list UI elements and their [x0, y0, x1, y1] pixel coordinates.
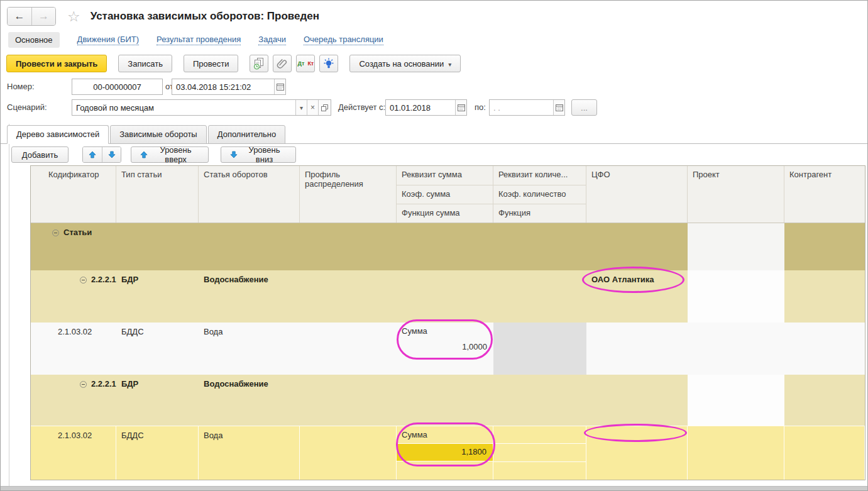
cell-counterparty[interactable] [784, 223, 865, 270]
level-down-button[interactable]: Уровень вниз [221, 146, 296, 163]
column-header-turnover-article[interactable]: Статья оборотов [199, 166, 300, 223]
cell-project[interactable] [688, 323, 784, 375]
number-input[interactable]: 00-00000007 [72, 79, 163, 95]
cell-turnover-article[interactable]: Водоснабжение [199, 375, 300, 426]
cell-turnover-article[interactable]: Вода [199, 426, 300, 480]
column-header-distribution-profile[interactable]: Профиль распределения [300, 166, 397, 223]
nav-item-translation-queue[interactable]: Очередь трансляции [304, 35, 383, 45]
cell-project[interactable] [688, 375, 784, 426]
column-header-counterparty[interactable]: Контрагент [784, 166, 865, 223]
cell-cfo[interactable] [586, 426, 688, 480]
column-header-attr-qty[interactable]: Реквизит количе... [493, 166, 586, 185]
move-down-button[interactable] [102, 147, 121, 162]
table-row-2-1-03-02[interactable]: 2.1.03.02 БДДС Вода Сумма 1,0000 [31, 323, 865, 375]
level-up-button[interactable]: Уровень вверх [131, 146, 209, 163]
cell-attr-sum[interactable]: Сумма 1,0000 [397, 323, 493, 375]
cell-attr-sum[interactable] [397, 375, 493, 426]
calendar-icon[interactable] [274, 79, 285, 94]
cell-attr-sum[interactable]: Сумма 1,1800 [397, 426, 493, 480]
cell-attr-qty[interactable] [493, 375, 586, 426]
cell-project[interactable] [688, 223, 784, 270]
add-button[interactable]: Добавить [11, 146, 69, 163]
nav-item-tasks[interactable]: Задачи [258, 35, 286, 45]
cell-attr-sum[interactable] [397, 270, 493, 323]
cell-article-type[interactable]: БДДС [116, 426, 199, 480]
cell-article-type[interactable] [116, 223, 199, 270]
tab-dependency-tree[interactable]: Дерево зависимостей [7, 125, 109, 144]
cell-project[interactable] [688, 270, 784, 323]
cell-attr-qty[interactable] [493, 223, 586, 270]
clear-icon[interactable]: × [307, 100, 318, 115]
column-header-attr-sum[interactable]: Реквизит сумма [397, 166, 493, 185]
calendar-icon[interactable] [455, 100, 466, 115]
bottom-scrollbar[interactable] [1, 486, 867, 491]
column-header-coef-sum[interactable]: Коэф. сумма [397, 185, 493, 204]
collapse-icon[interactable] [52, 229, 59, 236]
cell-counterparty[interactable] [784, 426, 865, 480]
cell-distribution-profile[interactable] [300, 323, 397, 375]
cell-counterparty[interactable] [784, 323, 865, 375]
cell-distribution-profile[interactable] [300, 426, 397, 480]
column-header-coef-qty[interactable]: Коэф. количество [493, 185, 586, 204]
debit-credit-button[interactable]: Дт Кт [296, 55, 315, 72]
collapse-icon[interactable] [80, 277, 87, 284]
cell-article-type[interactable]: БДР [116, 270, 199, 323]
favorite-star-icon[interactable]: ☆ [67, 8, 80, 25]
cell-codifier[interactable]: 2.1.03.02 [31, 426, 116, 480]
create-based-on-button[interactable]: Создать на основании▾ [349, 55, 461, 72]
column-header-article-type[interactable]: Тип статьи [116, 166, 199, 223]
cell-article-type[interactable]: БДР [116, 375, 199, 426]
calendar-icon[interactable] [553, 100, 564, 115]
func-sum-subcell[interactable] [397, 461, 493, 480]
nav-item-main[interactable]: Основное [8, 32, 60, 48]
cell-turnover-article[interactable]: Водоснабжение [199, 270, 300, 323]
forward-button[interactable]: → [31, 8, 55, 25]
tree-cell[interactable]: Статьи [31, 223, 116, 270]
back-button[interactable]: ← [8, 8, 31, 25]
table-row-group-articles[interactable]: Статьи [31, 223, 865, 270]
move-up-button[interactable] [83, 147, 102, 162]
column-header-codifier[interactable]: Кодификатор [31, 166, 116, 223]
open-form-icon[interactable] [318, 100, 331, 115]
coef-qty-subcell[interactable] [493, 444, 586, 462]
post-and-close-button[interactable]: Провести и закрыть [6, 55, 107, 72]
column-header-func-sum[interactable]: Функция сумма [397, 204, 493, 223]
write-button[interactable]: Записать [118, 55, 172, 72]
cell-turnover-article[interactable]: Вода [199, 323, 300, 375]
cell-attr-sum[interactable] [397, 223, 493, 270]
cell-attr-qty[interactable] [493, 270, 586, 323]
cell-project[interactable] [688, 426, 784, 480]
tab-dependent-turnovers[interactable]: Зависимые обороты [110, 125, 207, 144]
cell-counterparty[interactable] [784, 270, 865, 323]
column-header-project[interactable]: Проект [688, 166, 784, 223]
attachments-button[interactable] [273, 55, 292, 72]
hint-button[interactable] [319, 55, 338, 72]
valid-to-input[interactable]: . . [489, 99, 565, 116]
tab-additional[interactable]: Дополнительно [208, 125, 286, 144]
table-row-2-1-03-02-selected[interactable]: 2.1.03.02 БДДС Вода Сумма 1,1800 [31, 426, 865, 480]
cell-cfo[interactable] [586, 375, 688, 426]
nav-item-movements[interactable]: Движения (БИТ) [77, 35, 139, 45]
cell-cfo[interactable] [586, 223, 688, 270]
tree-cell[interactable]: 2.2.2.1.2 [31, 375, 116, 426]
cell-counterparty[interactable] [784, 375, 865, 426]
nav-item-posting-result[interactable]: Результат проведения [157, 35, 241, 45]
func-qty-subcell[interactable] [493, 462, 586, 480]
cell-cfo[interactable]: ОАО Атлантика [586, 270, 688, 323]
more-options-button[interactable]: ... [571, 99, 597, 116]
cell-cfo[interactable] [586, 323, 688, 375]
date-input[interactable]: 03.04.2018 15:21:02 [172, 79, 286, 95]
tree-cell[interactable]: 2.2.2.1.2 [31, 270, 116, 323]
coef-sum-value-active-cell[interactable]: 1,1800 [397, 444, 493, 461]
table-row-group-2-2-2-1-2-b[interactable]: 2.2.2.1.2 БДР Водоснабжение [31, 375, 865, 426]
posting-report-button[interactable] [250, 55, 268, 72]
column-header-func-qty[interactable]: Функция [493, 204, 586, 223]
cell-distribution-profile[interactable] [300, 375, 397, 426]
cell-distribution-profile[interactable] [300, 270, 397, 323]
chevron-down-icon[interactable]: ▾ [295, 100, 307, 115]
column-header-cfo[interactable]: ЦФО [586, 166, 688, 223]
cell-distribution-profile[interactable] [300, 223, 397, 270]
coef-sum-value[interactable]: 1,0000 [397, 339, 493, 351]
post-button[interactable]: Провести [184, 55, 239, 72]
attr-qty-subcell[interactable] [493, 426, 586, 444]
